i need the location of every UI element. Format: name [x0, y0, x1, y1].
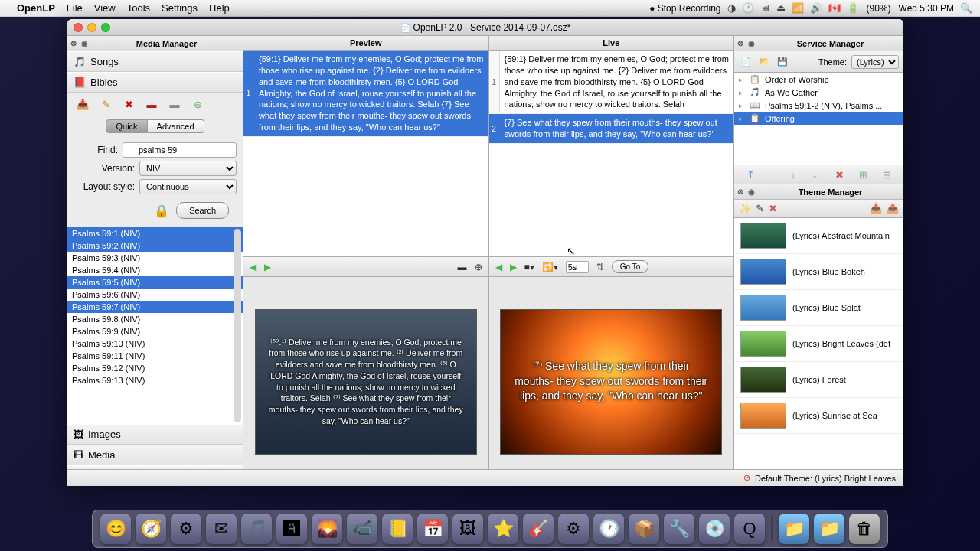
- slide-row[interactable]: 1{59:1} Deliver me from my enemies, O Go…: [243, 51, 488, 137]
- result-item[interactable]: Psalms 59:8 (NIV): [67, 313, 243, 325]
- result-item[interactable]: Psalms 59:11 (NIV): [67, 350, 243, 362]
- titlebar[interactable]: OpenLP 2.0 - Service 2014-09-07.osz*: [67, 19, 903, 36]
- minimize-button[interactable]: [87, 23, 96, 32]
- result-item[interactable]: Psalms 59:9 (NIV): [67, 325, 243, 337]
- close-button[interactable]: [74, 23, 83, 32]
- status-icon-clock[interactable]: 🕐: [742, 2, 754, 14]
- menu-settings[interactable]: Settings: [162, 2, 198, 14]
- new-service-icon[interactable]: 📄: [739, 55, 753, 69]
- search-results[interactable]: Psalms 59:1 (NIV)Psalms 59:2 (NIV)Psalms…: [67, 227, 243, 424]
- dock-finder[interactable]: 😊: [100, 514, 131, 544]
- app-name[interactable]: OpenLP: [17, 2, 55, 14]
- move-top-icon[interactable]: ⤒: [746, 169, 755, 181]
- clock[interactable]: Wed 5:30 PM: [899, 3, 954, 14]
- slide-row[interactable]: 1{59:1} Deliver me from my enemies, O Go…: [489, 51, 734, 114]
- goto-button[interactable]: Go To: [612, 260, 649, 273]
- close-tm-icon[interactable]: ⊗: [737, 187, 746, 197]
- dock-imovie[interactable]: ⭐: [488, 514, 518, 544]
- edit-theme-icon[interactable]: ✎: [756, 203, 764, 214]
- remove-icon[interactable]: ✖: [835, 169, 844, 181]
- menu-help[interactable]: Help: [209, 2, 230, 14]
- service-item[interactable]: ▸📋Offering: [734, 112, 903, 125]
- move-bottom-icon[interactable]: ⤓: [811, 169, 819, 181]
- theme-item[interactable]: (Lyrics) Forest: [734, 362, 903, 398]
- dock-openlp[interactable]: 💿: [699, 514, 730, 544]
- service-item[interactable]: ▸📖Psalms 59:1-2 (NIV), Psalms ...: [734, 99, 903, 112]
- send-live-icon[interactable]: ▬: [458, 262, 467, 272]
- preview-slide-list[interactable]: 1{59:1} Deliver me from my enemies, O Go…: [243, 51, 488, 257]
- volume-icon[interactable]: 🔊: [810, 2, 822, 14]
- status-icon-display[interactable]: 🖥: [760, 2, 770, 14]
- result-item[interactable]: Psalms 59:6 (NIV): [67, 289, 243, 301]
- add-service-icon[interactable]: ⊕: [475, 262, 482, 272]
- preview-icon[interactable]: ▬: [144, 97, 159, 111]
- tab-advanced[interactable]: Advanced: [148, 119, 204, 133]
- theme-item[interactable]: (Lyrics) Blue Splat: [734, 290, 903, 326]
- version-select[interactable]: NIV: [139, 161, 237, 176]
- search-button[interactable]: Search: [176, 202, 229, 219]
- result-item[interactable]: Psalms 59:13 (NIV): [67, 374, 243, 386]
- dock-folder1[interactable]: 📁: [779, 514, 809, 544]
- theme-item[interactable]: (Lyrics) Bright Leaves (def: [734, 326, 903, 362]
- import-theme-icon[interactable]: 📥: [870, 203, 882, 214]
- wifi-icon[interactable]: 📶: [792, 2, 804, 14]
- collapse-icon[interactable]: ⊟: [883, 169, 891, 181]
- service-item-list[interactable]: ▸📋Order of Worship▸🎵As We Gather▸📖Psalms…: [734, 73, 903, 165]
- delete-theme-icon[interactable]: ✖: [769, 203, 777, 214]
- expand-icon[interactable]: ⊞: [859, 169, 867, 181]
- move-up-icon[interactable]: ↑: [770, 169, 776, 181]
- battery-icon[interactable]: 🔋: [847, 2, 859, 14]
- dock-appstore[interactable]: 🅰: [276, 514, 307, 544]
- result-item[interactable]: Psalms 59:12 (NIV): [67, 362, 243, 374]
- result-item[interactable]: Psalms 59:5 (NIV): [67, 276, 243, 289]
- status-icon-wifi[interactable]: ⏏: [776, 2, 786, 14]
- dock-safari[interactable]: 🧭: [136, 514, 166, 544]
- delay-stepper[interactable]: ⇅: [596, 262, 604, 272]
- result-item[interactable]: Psalms 59:4 (NIV): [67, 264, 243, 276]
- flag-icon[interactable]: 🇨🇦: [828, 2, 841, 14]
- result-item[interactable]: Psalms 59:3 (NIV): [67, 252, 243, 264]
- dock-mail[interactable]: ✉: [206, 514, 237, 544]
- theme-select[interactable]: (Lyrics): [851, 55, 899, 69]
- undock-tm-icon[interactable]: ◉: [748, 187, 757, 197]
- stop-recording[interactable]: ● Stop Recording: [649, 3, 720, 14]
- move-down-icon[interactable]: ↓: [791, 169, 796, 181]
- spotlight-icon[interactable]: 🔍: [960, 2, 972, 14]
- dock-timemachine[interactable]: 🕐: [593, 514, 624, 544]
- live-slide-list[interactable]: 1{59:1} Deliver me from my enemies, O Go…: [489, 51, 734, 257]
- close-panel-icon[interactable]: ⊗: [70, 39, 80, 48]
- save-service-icon[interactable]: 💾: [776, 55, 789, 69]
- prev-slide-icon[interactable]: ◀: [250, 262, 256, 272]
- theme-list[interactable]: (Lyrics) Abstract Mountain(Lyrics) Blue …: [734, 218, 903, 486]
- menu-view[interactable]: View: [94, 2, 116, 14]
- import-icon[interactable]: 📥: [75, 97, 90, 111]
- menu-tools[interactable]: Tools: [127, 2, 150, 14]
- dock-trash[interactable]: 🗑: [849, 514, 880, 544]
- find-input[interactable]: [122, 142, 237, 158]
- dock-iphoto[interactable]: 🖼: [452, 514, 483, 544]
- section-bibles[interactable]: 📕Bibles: [67, 72, 243, 93]
- add-icon[interactable]: ⊕: [190, 97, 205, 111]
- live-prev-icon[interactable]: ◀: [495, 262, 502, 272]
- next-slide-icon[interactable]: ▶: [264, 262, 271, 272]
- zoom-button[interactable]: [101, 23, 110, 32]
- dock-garageband[interactable]: 🎸: [523, 514, 554, 544]
- dock-quicktime[interactable]: Q: [734, 514, 765, 544]
- status-icon-1[interactable]: ◑: [727, 2, 736, 14]
- dock-calendar[interactable]: 📅: [417, 514, 448, 544]
- undock-sm-icon[interactable]: ◉: [748, 39, 757, 48]
- open-service-icon[interactable]: 📂: [757, 55, 771, 69]
- service-item[interactable]: ▸🎵As We Gather: [734, 86, 903, 99]
- live-next-icon[interactable]: ▶: [510, 262, 517, 272]
- result-item[interactable]: Psalms 59:10 (NIV): [67, 337, 243, 350]
- theme-item[interactable]: (Lyrics) Abstract Mountain: [734, 218, 903, 254]
- section-images[interactable]: 🖼Images: [67, 424, 243, 445]
- section-songs[interactable]: 🎵Songs: [67, 51, 243, 72]
- lock-icon[interactable]: 🔒: [153, 202, 170, 219]
- delete-icon[interactable]: ✖: [121, 97, 136, 111]
- section-media[interactable]: 🎞Media: [67, 445, 243, 465]
- close-sm-icon[interactable]: ⊗: [737, 39, 746, 48]
- slide-row[interactable]: 2{7} See what they spew from their mouth…: [489, 114, 734, 144]
- scrollbar[interactable]: [234, 229, 241, 422]
- new-theme-icon[interactable]: ✨: [739, 203, 751, 214]
